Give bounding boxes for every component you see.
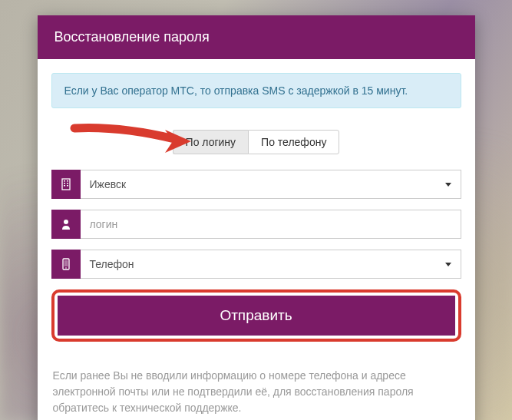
user-icon: [51, 210, 81, 239]
svg-point-8: [64, 220, 68, 224]
tab-group: По логину По телефону: [173, 130, 340, 154]
info-notice: Если у Вас оператор МТС, то отправка SMS…: [51, 73, 461, 108]
city-value: Ижевск: [90, 178, 127, 190]
svg-rect-4: [64, 183, 65, 184]
panel-content: Если у Вас оператор МТС, то отправка SMS…: [38, 59, 475, 357]
tab-by-phone[interactable]: По телефону: [248, 130, 339, 154]
phone-field: Телефон: [51, 250, 461, 279]
phone-select[interactable]: Телефон: [81, 250, 461, 279]
password-recovery-panel: Восстановление пароля Если у Вас операто…: [38, 15, 475, 420]
svg-rect-2: [64, 180, 65, 182]
svg-rect-10: [64, 260, 68, 266]
svg-point-11: [65, 267, 67, 269]
phone-icon: [51, 250, 81, 279]
login-input[interactable]: [81, 210, 461, 239]
svg-rect-1: [62, 179, 70, 190]
svg-rect-7: [67, 185, 68, 187]
chevron-down-icon: [445, 183, 451, 187]
city-select[interactable]: Ижевск: [81, 170, 461, 199]
svg-rect-3: [67, 180, 68, 182]
submit-button[interactable]: Отправить: [58, 296, 455, 336]
page-title: Восстановление пароля: [55, 29, 210, 45]
phone-value: Телефон: [90, 258, 134, 270]
login-field: [51, 210, 461, 239]
footer-text: Если ранее Вы не вводили информацию о но…: [53, 369, 414, 414]
chevron-down-icon: [445, 263, 451, 266]
building-icon: [51, 170, 81, 199]
svg-rect-5: [67, 183, 68, 184]
city-field: Ижевск: [51, 170, 461, 199]
info-text: Если у Вас оператор МТС, то отправка SMS…: [64, 84, 408, 97]
panel-header: Восстановление пароля: [38, 15, 475, 59]
arrow-annotation-icon: [67, 122, 197, 160]
submit-highlight-box: Отправить: [51, 289, 461, 342]
footer-note: Если ранее Вы не вводили информацию о но…: [38, 357, 475, 420]
tabs-row: По логину По телефону: [51, 130, 461, 154]
svg-rect-6: [64, 185, 65, 187]
